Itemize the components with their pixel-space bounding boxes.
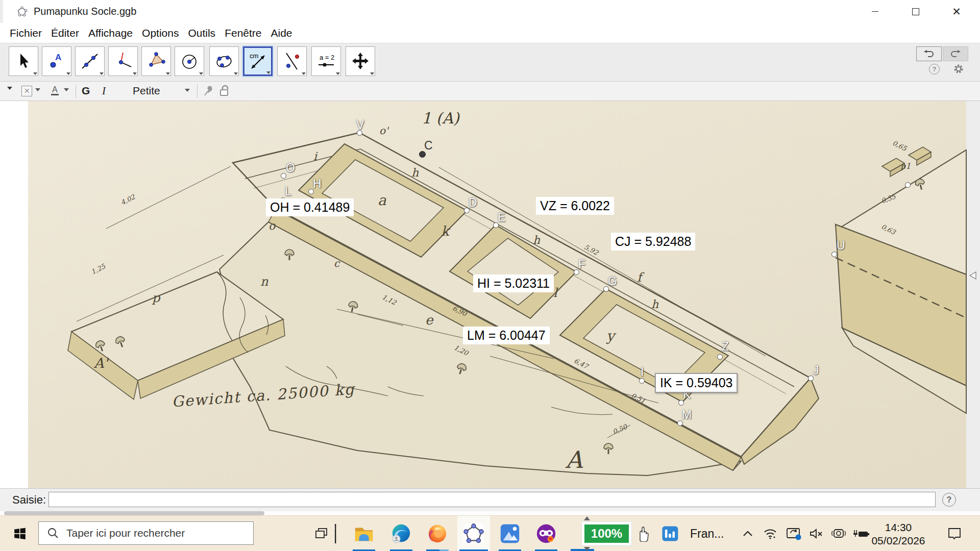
tool-distance[interactable]: cm [243, 46, 273, 76]
taskbar-edge[interactable] [389, 516, 413, 551]
pin-button[interactable] [203, 85, 214, 99]
tool-point[interactable]: A [42, 46, 71, 76]
object-color-button[interactable]: ✕ [21, 86, 32, 96]
minimize-button[interactable] [861, 0, 889, 23]
slider-icon: a = 2 [316, 51, 336, 71]
polygon-icon [146, 51, 166, 71]
input-help-button[interactable]: ? [942, 493, 956, 507]
italic-button[interactable]: I [102, 85, 106, 97]
tray-bars-app[interactable] [656, 516, 683, 551]
start-button[interactable] [7, 516, 33, 551]
stylebar-menu-caret-icon[interactable] [7, 87, 12, 90]
toolbar: A [0, 43, 980, 82]
magnifier-down-icon[interactable] [584, 547, 590, 551]
plate-letter: l [553, 286, 557, 300]
tool-caret-icon [33, 72, 37, 75]
menu-item-fichier[interactable]: Fichier [5, 23, 46, 43]
measurement-label[interactable]: LM = 6.00447 [463, 327, 550, 344]
tool-slider[interactable]: a = 2 [311, 46, 341, 76]
tool-conic[interactable] [209, 46, 239, 76]
font-size-select[interactable]: Petite [133, 85, 160, 97]
bars-app-icon [659, 523, 680, 544]
tool-circle[interactable] [175, 46, 204, 76]
tool-reflect[interactable] [277, 46, 307, 76]
point-Z[interactable] [717, 354, 723, 360]
lock-button[interactable] [218, 84, 231, 99]
magnifier-up-icon[interactable] [584, 516, 590, 520]
point-label-E: E [498, 211, 505, 224]
menu-item-éditer[interactable]: Éditer [46, 23, 84, 43]
taskbar-photos[interactable] [498, 516, 522, 551]
object-color-caret-icon[interactable] [35, 88, 40, 91]
geogebra-icon [462, 522, 485, 545]
graphics-view[interactable]: 1 (A) Gewicht ca. 25000 kg A A' o'ihakhf… [0, 101, 980, 488]
volume-button[interactable] [806, 516, 826, 551]
tool-move-view[interactable] [346, 46, 375, 76]
undo-button[interactable] [916, 46, 942, 61]
taskbar-file-explorer[interactable] [352, 516, 376, 551]
tool-line[interactable] [75, 46, 105, 76]
measurement-label[interactable]: IK = 0.59403 [655, 373, 738, 393]
taskbar-mask-app[interactable] [534, 516, 558, 551]
taskbar-geogebra-active[interactable] [457, 516, 490, 551]
taskbar-firefox[interactable] [425, 516, 450, 551]
circle-icon [179, 51, 200, 71]
point-label-U: U [837, 239, 845, 253]
move-view-icon [350, 51, 371, 71]
magnifier-zoom-value: 100% [584, 524, 629, 543]
point-label-V: V [356, 118, 364, 132]
menu-item-options[interactable]: Options [137, 23, 183, 43]
plate-letter: o [268, 219, 275, 232]
language-indicator[interactable]: Fran... [690, 516, 724, 551]
menu-item-affichage[interactable]: Affichage [84, 23, 137, 43]
geogebra-window: Pumapunku Socle.ggb ✕ FichierÉditerAffic… [0, 0, 980, 551]
close-button[interactable]: ✕ [942, 0, 971, 23]
taskbar: Taper ici pour rechercher [0, 515, 980, 551]
tool-perpendicular-line[interactable] [108, 46, 138, 76]
point-unnamed[interactable] [905, 182, 911, 188]
measurement-label[interactable]: CJ = 5.92488 [611, 233, 695, 251]
tool-polygon[interactable] [141, 46, 171, 76]
action-center-button[interactable] [941, 516, 968, 551]
geogebra-logo-icon [16, 6, 28, 20]
point-label-O: O [286, 161, 295, 175]
plate-letter: p [152, 291, 160, 305]
plate-dimension: 1,12 [381, 293, 398, 307]
point-label-G: G [608, 274, 617, 288]
maximize-button[interactable] [901, 0, 930, 23]
wifi-button[interactable] [761, 516, 780, 551]
plate-letter: f [637, 270, 642, 285]
text-color-caret-icon[interactable] [64, 88, 69, 91]
redo-button[interactable] [943, 46, 968, 61]
algebra-input[interactable] [48, 492, 936, 507]
task-view-button[interactable] [309, 516, 334, 551]
menu-item-aide[interactable]: Aide [266, 23, 297, 43]
reflect-icon [282, 51, 302, 71]
cursor-icon [13, 51, 34, 71]
cast-button[interactable] [783, 516, 804, 551]
font-size-caret-icon[interactable] [185, 89, 190, 92]
hidden-icons-button[interactable] [738, 516, 757, 551]
text-color-button[interactable]: A [51, 85, 59, 95]
measurement-label[interactable]: OH = 0.41489 [266, 198, 354, 216]
pin-icon [203, 85, 214, 97]
measurement-label[interactable]: VZ = 6.0022 [536, 197, 614, 215]
tool-caret-icon [336, 72, 340, 75]
bold-button[interactable]: G [82, 85, 90, 97]
plate-dimension: 0,65 [891, 139, 908, 153]
tool-move[interactable] [9, 46, 38, 76]
plate-dimension: 4,02 [119, 193, 136, 207]
figure-title: 1 (A) [422, 109, 459, 127]
search-box[interactable]: Taper ici pour rechercher [38, 521, 254, 545]
camera-button[interactable] [828, 516, 849, 551]
point-label-F: F [578, 258, 585, 271]
magnifier-widget[interactable]: 100% [582, 522, 631, 545]
help-icon: ? [929, 64, 940, 74]
menu-item-outils[interactable]: Outils [183, 23, 220, 43]
measurement-label[interactable]: HI = 5.02311 [473, 274, 554, 292]
taskbar-clock[interactable]: 14:30 05/02/2026 [868, 516, 929, 551]
settings-button[interactable] [953, 64, 964, 76]
menu-item-fenêtre[interactable]: Fenêtre [220, 23, 266, 43]
tool-caret-icon [370, 72, 374, 75]
plate-dimension: 0,35 [880, 193, 896, 205]
